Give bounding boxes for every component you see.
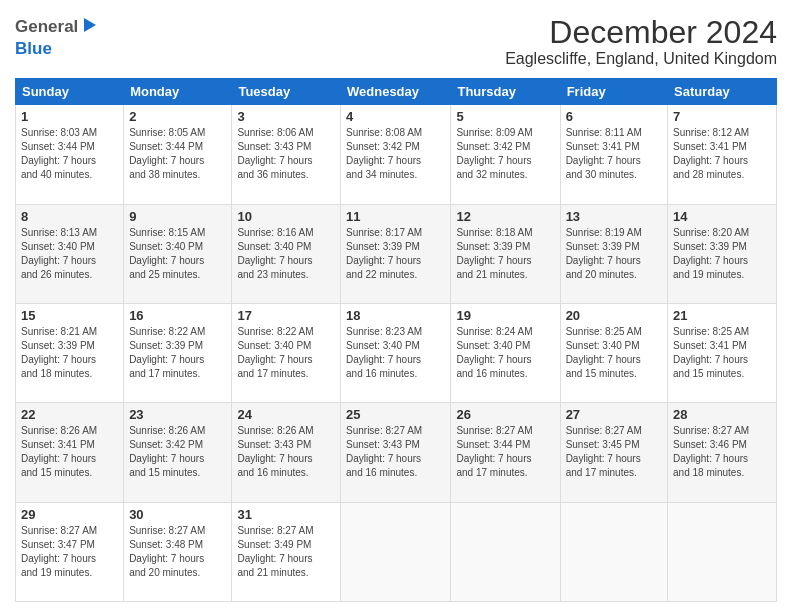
day-cell: 15Sunrise: 8:21 AM Sunset: 3:39 PM Dayli…	[16, 303, 124, 402]
day-info: Sunrise: 8:19 AM Sunset: 3:39 PM Dayligh…	[566, 226, 662, 282]
day-cell: 5Sunrise: 8:09 AM Sunset: 3:42 PM Daylig…	[451, 105, 560, 204]
day-cell: 20Sunrise: 8:25 AM Sunset: 3:40 PM Dayli…	[560, 303, 667, 402]
day-number: 20	[566, 308, 662, 323]
week-row-1: 1Sunrise: 8:03 AM Sunset: 3:44 PM Daylig…	[16, 105, 777, 204]
day-info: Sunrise: 8:03 AM Sunset: 3:44 PM Dayligh…	[21, 126, 118, 182]
day-cell: 13Sunrise: 8:19 AM Sunset: 3:39 PM Dayli…	[560, 204, 667, 303]
day-number: 8	[21, 209, 118, 224]
day-cell	[668, 502, 777, 601]
day-cell: 2Sunrise: 8:05 AM Sunset: 3:44 PM Daylig…	[124, 105, 232, 204]
day-info: Sunrise: 8:16 AM Sunset: 3:40 PM Dayligh…	[237, 226, 335, 282]
day-number: 22	[21, 407, 118, 422]
day-cell: 10Sunrise: 8:16 AM Sunset: 3:40 PM Dayli…	[232, 204, 341, 303]
day-number: 25	[346, 407, 445, 422]
day-cell: 24Sunrise: 8:26 AM Sunset: 3:43 PM Dayli…	[232, 403, 341, 502]
day-cell: 14Sunrise: 8:20 AM Sunset: 3:39 PM Dayli…	[668, 204, 777, 303]
col-header-friday: Friday	[560, 79, 667, 105]
calendar-table: SundayMondayTuesdayWednesdayThursdayFrid…	[15, 78, 777, 602]
day-info: Sunrise: 8:27 AM Sunset: 3:48 PM Dayligh…	[129, 524, 226, 580]
day-number: 9	[129, 209, 226, 224]
col-header-thursday: Thursday	[451, 79, 560, 105]
day-cell: 3Sunrise: 8:06 AM Sunset: 3:43 PM Daylig…	[232, 105, 341, 204]
day-info: Sunrise: 8:27 AM Sunset: 3:49 PM Dayligh…	[237, 524, 335, 580]
day-info: Sunrise: 8:25 AM Sunset: 3:40 PM Dayligh…	[566, 325, 662, 381]
day-number: 1	[21, 109, 118, 124]
col-header-tuesday: Tuesday	[232, 79, 341, 105]
day-cell: 1Sunrise: 8:03 AM Sunset: 3:44 PM Daylig…	[16, 105, 124, 204]
day-cell	[451, 502, 560, 601]
day-number: 26	[456, 407, 554, 422]
day-info: Sunrise: 8:11 AM Sunset: 3:41 PM Dayligh…	[566, 126, 662, 182]
day-cell: 23Sunrise: 8:26 AM Sunset: 3:42 PM Dayli…	[124, 403, 232, 502]
day-number: 6	[566, 109, 662, 124]
day-number: 7	[673, 109, 771, 124]
day-cell: 22Sunrise: 8:26 AM Sunset: 3:41 PM Dayli…	[16, 403, 124, 502]
day-info: Sunrise: 8:23 AM Sunset: 3:40 PM Dayligh…	[346, 325, 445, 381]
day-number: 21	[673, 308, 771, 323]
day-info: Sunrise: 8:17 AM Sunset: 3:39 PM Dayligh…	[346, 226, 445, 282]
day-number: 3	[237, 109, 335, 124]
logo-general-text: General	[15, 17, 78, 37]
day-info: Sunrise: 8:22 AM Sunset: 3:39 PM Dayligh…	[129, 325, 226, 381]
day-cell: 29Sunrise: 8:27 AM Sunset: 3:47 PM Dayli…	[16, 502, 124, 601]
page: General Blue December 2024 Eaglescliffe,…	[0, 0, 792, 612]
day-cell: 28Sunrise: 8:27 AM Sunset: 3:46 PM Dayli…	[668, 403, 777, 502]
day-cell: 9Sunrise: 8:15 AM Sunset: 3:40 PM Daylig…	[124, 204, 232, 303]
col-header-saturday: Saturday	[668, 79, 777, 105]
day-info: Sunrise: 8:22 AM Sunset: 3:40 PM Dayligh…	[237, 325, 335, 381]
day-number: 13	[566, 209, 662, 224]
logo: General Blue	[15, 15, 100, 59]
logo-arrow-icon	[80, 15, 100, 35]
day-info: Sunrise: 8:27 AM Sunset: 3:43 PM Dayligh…	[346, 424, 445, 480]
day-number: 15	[21, 308, 118, 323]
day-number: 29	[21, 507, 118, 522]
day-cell	[341, 502, 451, 601]
day-number: 24	[237, 407, 335, 422]
day-info: Sunrise: 8:06 AM Sunset: 3:43 PM Dayligh…	[237, 126, 335, 182]
day-cell: 18Sunrise: 8:23 AM Sunset: 3:40 PM Dayli…	[341, 303, 451, 402]
day-info: Sunrise: 8:27 AM Sunset: 3:44 PM Dayligh…	[456, 424, 554, 480]
day-number: 4	[346, 109, 445, 124]
title-section: December 2024 Eaglescliffe, England, Uni…	[505, 15, 777, 68]
day-cell: 4Sunrise: 8:08 AM Sunset: 3:42 PM Daylig…	[341, 105, 451, 204]
day-cell: 26Sunrise: 8:27 AM Sunset: 3:44 PM Dayli…	[451, 403, 560, 502]
logo-blue-text: Blue	[15, 39, 52, 59]
day-info: Sunrise: 8:27 AM Sunset: 3:45 PM Dayligh…	[566, 424, 662, 480]
day-number: 2	[129, 109, 226, 124]
day-number: 10	[237, 209, 335, 224]
day-info: Sunrise: 8:18 AM Sunset: 3:39 PM Dayligh…	[456, 226, 554, 282]
day-info: Sunrise: 8:05 AM Sunset: 3:44 PM Dayligh…	[129, 126, 226, 182]
day-cell: 16Sunrise: 8:22 AM Sunset: 3:39 PM Dayli…	[124, 303, 232, 402]
day-number: 23	[129, 407, 226, 422]
day-cell: 6Sunrise: 8:11 AM Sunset: 3:41 PM Daylig…	[560, 105, 667, 204]
day-cell	[560, 502, 667, 601]
day-number: 18	[346, 308, 445, 323]
week-row-5: 29Sunrise: 8:27 AM Sunset: 3:47 PM Dayli…	[16, 502, 777, 601]
col-header-monday: Monday	[124, 79, 232, 105]
header: General Blue December 2024 Eaglescliffe,…	[15, 15, 777, 68]
week-row-4: 22Sunrise: 8:26 AM Sunset: 3:41 PM Dayli…	[16, 403, 777, 502]
day-number: 31	[237, 507, 335, 522]
week-row-2: 8Sunrise: 8:13 AM Sunset: 3:40 PM Daylig…	[16, 204, 777, 303]
day-number: 28	[673, 407, 771, 422]
day-cell: 7Sunrise: 8:12 AM Sunset: 3:41 PM Daylig…	[668, 105, 777, 204]
day-info: Sunrise: 8:12 AM Sunset: 3:41 PM Dayligh…	[673, 126, 771, 182]
day-cell: 27Sunrise: 8:27 AM Sunset: 3:45 PM Dayli…	[560, 403, 667, 502]
day-cell: 30Sunrise: 8:27 AM Sunset: 3:48 PM Dayli…	[124, 502, 232, 601]
day-cell: 21Sunrise: 8:25 AM Sunset: 3:41 PM Dayli…	[668, 303, 777, 402]
col-header-wednesday: Wednesday	[341, 79, 451, 105]
day-info: Sunrise: 8:24 AM Sunset: 3:40 PM Dayligh…	[456, 325, 554, 381]
day-info: Sunrise: 8:26 AM Sunset: 3:42 PM Dayligh…	[129, 424, 226, 480]
day-number: 19	[456, 308, 554, 323]
day-info: Sunrise: 8:26 AM Sunset: 3:41 PM Dayligh…	[21, 424, 118, 480]
day-info: Sunrise: 8:27 AM Sunset: 3:46 PM Dayligh…	[673, 424, 771, 480]
day-info: Sunrise: 8:08 AM Sunset: 3:42 PM Dayligh…	[346, 126, 445, 182]
day-cell: 11Sunrise: 8:17 AM Sunset: 3:39 PM Dayli…	[341, 204, 451, 303]
day-info: Sunrise: 8:09 AM Sunset: 3:42 PM Dayligh…	[456, 126, 554, 182]
day-number: 17	[237, 308, 335, 323]
day-cell: 12Sunrise: 8:18 AM Sunset: 3:39 PM Dayli…	[451, 204, 560, 303]
main-title: December 2024	[505, 15, 777, 50]
day-cell: 17Sunrise: 8:22 AM Sunset: 3:40 PM Dayli…	[232, 303, 341, 402]
day-number: 14	[673, 209, 771, 224]
day-info: Sunrise: 8:27 AM Sunset: 3:47 PM Dayligh…	[21, 524, 118, 580]
